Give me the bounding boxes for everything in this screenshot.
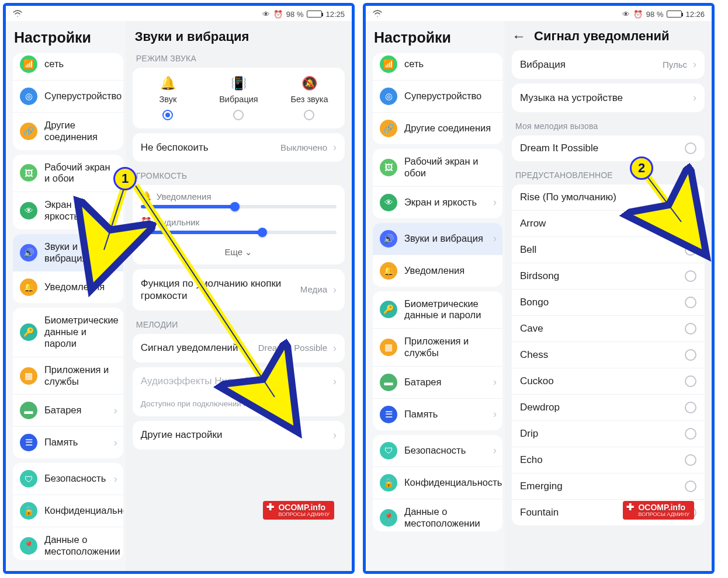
sidebar-item-superdevice[interactable]: ◎Суперустройство	[373, 80, 502, 112]
storage-icon: ☰	[20, 434, 37, 451]
sound-icon: 🔊	[380, 230, 397, 248]
radio	[685, 244, 696, 256]
sidebar-item-display[interactable]: 👁Экран и яркость›	[373, 186, 502, 218]
sidebar-item-network[interactable]: 📶сеть	[373, 53, 502, 80]
sidebar-item-security[interactable]: 🛡 Безопасность ›	[13, 463, 123, 495]
sidebar-item-battery[interactable]: ▬Батарея›	[373, 366, 502, 398]
mode-silent[interactable]: 🔕 Без звука	[274, 68, 345, 128]
ringtone-dewdrop[interactable]: Dewdrop	[512, 394, 705, 420]
section-melodies: МЕЛОДИИ	[136, 320, 341, 329]
sidebar-item-storage[interactable]: ☰ Память ›	[13, 426, 123, 458]
row-volume-button-default[interactable]: Функция по умолчанию кнопки громкости Ме…	[133, 269, 345, 311]
bell-icon: 🔔	[380, 262, 397, 280]
eye-icon: 👁	[622, 10, 630, 19]
chevron-right-icon: ›	[333, 342, 337, 354]
sidebar-item-display[interactable]: 👁 Экран и яркость ›	[13, 191, 123, 229]
storage-icon: ☰	[380, 406, 397, 423]
sidebar-item-storage[interactable]: ☰Память›	[373, 398, 502, 430]
chevron-right-icon: ›	[333, 429, 337, 441]
sidebar-item-privacy[interactable]: 🔒 Конфиденциальность	[13, 495, 123, 527]
histen-hint: Доступно при подключении наушников	[133, 396, 345, 416]
ringtone-birdsong[interactable]: Birdsong	[512, 263, 705, 289]
chevron-right-icon: ›	[114, 437, 117, 449]
sidebar-item-biometrics[interactable]: 🔑Биометрические данные и пароли	[373, 291, 502, 329]
page-title: Сигнал уведомлений	[534, 29, 670, 44]
mode-sound[interactable]: 🔔 Звук	[133, 68, 203, 128]
sidebar-item-other-connections[interactable]: 🔗 Другие соединения	[13, 112, 123, 150]
battery-icon	[307, 11, 322, 18]
chevron-right-icon: ›	[493, 376, 497, 388]
sidebar-item-battery[interactable]: ▬ Батарея ›	[13, 394, 123, 426]
sidebar-item-apps[interactable]: ▦ Приложения и службы	[13, 357, 123, 395]
wallpaper-icon: 🖼	[20, 164, 37, 182]
settings-detail-pane: Звуки и вибрация РЕЖИМ ЗВУКА 🔔 Звук 📳 Ви…	[126, 21, 352, 571]
sidebar-item-notifications[interactable]: 🔔Уведомления	[373, 255, 502, 287]
sidebar-item-notifications[interactable]: 🔔 Уведомления	[13, 271, 123, 303]
sidebar-item-biometrics[interactable]: 🔑 Биометрические данные и пароли	[13, 308, 123, 356]
mode-vibrate[interactable]: 📳 Вибрация	[203, 68, 274, 128]
chevron-right-icon: ›	[114, 405, 117, 417]
ringtone-rise[interactable]: Rise (По умолчанию)	[512, 184, 705, 210]
ringtone-emerging[interactable]: Emerging	[512, 473, 705, 499]
row-vibration[interactable]: Вибрация Пульс ›	[512, 50, 705, 79]
radio	[685, 480, 696, 492]
ringtone-fountain[interactable]: Fountain	[512, 499, 705, 525]
radio	[685, 270, 696, 282]
battery-icon	[667, 11, 682, 18]
ringtone-drip[interactable]: Drip	[512, 420, 705, 447]
settings-sidebar: Настройки 📶 сеть ◎ Суперустройство 🔗 Дру…	[6, 21, 126, 571]
apps-icon: ▦	[20, 367, 37, 385]
sidebar-item-homescreen[interactable]: 🖼 Рабочий экран и обои	[13, 155, 123, 192]
row-dnd[interactable]: Не беспокоить Выключено ›	[133, 133, 345, 162]
sidebar-item-apps[interactable]: ▦Приложения и службы	[373, 328, 502, 366]
chevron-right-icon: ›	[693, 58, 696, 71]
status-bar: 👁 ⏰ 98 % 12:26	[366, 6, 712, 21]
slider-notifications[interactable]	[141, 205, 337, 208]
section-my-ringtone: Моя мелодия вызова	[515, 121, 701, 131]
ringtone-arrow[interactable]: Arrow	[512, 210, 705, 236]
radio	[685, 218, 696, 229]
sidebar-item-location[interactable]: 📍 Данные о местоположении	[13, 527, 123, 560]
row-notification-sound[interactable]: Сигнал уведомлений Dream It Possible ›	[133, 334, 345, 363]
sidebar-item-sound[interactable]: 🔊 Звуки и вибрация ›	[13, 234, 123, 271]
sidebar-item-security[interactable]: 🛡Безопасность›	[373, 435, 502, 466]
battery-menu-icon: ▬	[20, 402, 37, 419]
ringtone-echo[interactable]: Echo	[512, 447, 705, 473]
ringtone-chess[interactable]: Chess	[512, 342, 705, 368]
alarm-icon: ⏰	[633, 10, 643, 19]
sidebar-item-network[interactable]: 📶 сеть	[13, 53, 123, 80]
ringtone-dream-it-possible[interactable]: Dream It Possible	[512, 135, 705, 161]
sidebar-item-homescreen[interactable]: 🖼Рабочий экран и обои	[373, 149, 502, 186]
row-other-settings[interactable]: Другие настройки ›	[133, 421, 345, 450]
battery-menu-icon: ▬	[380, 374, 397, 391]
sidebar-item-location[interactable]: 📍Данные о местоположении	[373, 499, 502, 532]
sidebar-item-superdevice[interactable]: ◎ Суперустройство	[13, 80, 123, 112]
ringtone-bell[interactable]: Bell	[512, 236, 705, 263]
network-icon: 📶	[20, 55, 37, 73]
superdevice-icon: ◎	[380, 88, 397, 105]
location-icon: 📍	[380, 509, 397, 527]
back-button[interactable]: ←	[512, 28, 526, 44]
brightness-icon: 👁	[380, 194, 397, 211]
radio	[685, 323, 696, 335]
radio-selected	[162, 110, 173, 120]
bell-small-icon: 🔔	[141, 191, 152, 201]
chevron-down-icon: ⌄	[245, 247, 252, 257]
ringtone-cuckoo[interactable]: Cuckoo	[512, 368, 705, 394]
radio	[685, 349, 696, 361]
slider-alarm[interactable]	[141, 231, 337, 234]
ringtone-bongo[interactable]: Bongo	[512, 289, 705, 315]
radio	[685, 507, 696, 518]
chevron-right-icon: ›	[493, 444, 497, 457]
volume-more[interactable]: Еще ⌄	[133, 245, 345, 264]
sidebar-item-sound[interactable]: 🔊Звуки и вибрация›	[373, 223, 502, 255]
phone-screenshot-right: 👁 ⏰ 98 % 12:26 Настройки 📶сеть ◎Суперуст…	[363, 3, 715, 574]
status-bar: 👁 ⏰ 98 % 12:25	[6, 6, 352, 21]
ringtone-cave[interactable]: Cave	[512, 315, 705, 342]
sidebar-item-other-connections[interactable]: 🔗Другие соединения	[373, 112, 502, 144]
row-device-music[interactable]: Музыка на устройстве ›	[512, 83, 705, 112]
sidebar-title: Настройки	[374, 29, 501, 46]
chevron-right-icon: ›	[333, 284, 337, 296]
privacy-icon: 🔒	[20, 502, 37, 520]
sidebar-item-privacy[interactable]: 🔒Конфиденциальность	[373, 466, 502, 499]
